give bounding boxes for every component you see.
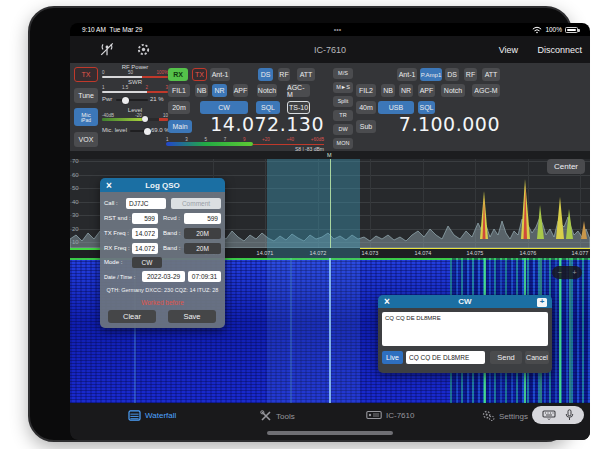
- dw-button[interactable]: DW: [333, 124, 353, 135]
- pwr-value: 21 %: [150, 96, 164, 102]
- rf-power-meter: [102, 76, 168, 78]
- status-time: 9:10 AM: [82, 26, 106, 33]
- m-to-s-button[interactable]: M►S: [333, 82, 353, 93]
- mode-button[interactable]: CW: [132, 257, 162, 268]
- tune-button[interactable]: Tune: [74, 88, 98, 103]
- main-frequency-display: 14.072.130: [198, 113, 324, 135]
- center-button[interactable]: Center: [547, 159, 585, 174]
- ipad-label: iPad: [81, 118, 91, 123]
- rx-band-label: Band :: [163, 245, 180, 251]
- mic-level-slider[interactable]: [130, 130, 150, 132]
- rx-band-button[interactable]: 20M: [184, 243, 221, 254]
- sub-band-button[interactable]: 40m: [356, 101, 376, 114]
- log-qso-header[interactable]: × Log QSO: [100, 178, 225, 192]
- add-macro-icon[interactable]: +: [537, 298, 547, 307]
- marker-m-label: M: [327, 152, 332, 158]
- tx-band-button[interactable]: 20M: [184, 228, 221, 239]
- disconnect-button[interactable]: Disconnect: [537, 45, 582, 55]
- waterfall-pan-control[interactable]: − +: [552, 266, 582, 279]
- main-vfo-button[interactable]: Main: [168, 120, 192, 133]
- main-rx-button[interactable]: RX: [168, 68, 188, 81]
- pan-minus-icon[interactable]: −: [557, 269, 561, 276]
- mic-ipad-button[interactable]: Mic iPad: [74, 108, 98, 126]
- tab-waterfall-label: Waterfall: [145, 411, 176, 420]
- status-time-date: 9:10 AM Tue Mar 29: [82, 26, 142, 33]
- sub-preamp-button[interactable]: P.Amp1: [420, 68, 442, 81]
- main-nb-button[interactable]: NB: [195, 84, 208, 97]
- rx-freq-label: RX Freq :: [104, 245, 130, 251]
- freq-scale-label: 14.075: [462, 250, 488, 256]
- sub-frequency-display: 7.100.000: [390, 113, 500, 135]
- split-button[interactable]: Split: [333, 96, 353, 107]
- settings-gear-icon[interactable]: [136, 42, 151, 57]
- rx-freq-input[interactable]: [132, 243, 158, 254]
- status-bar: 9:10 AM Tue Mar 29 ••• 100%: [70, 23, 590, 36]
- tr-button[interactable]: TR: [333, 110, 353, 121]
- rst-snd-input[interactable]: [132, 213, 158, 224]
- main-rf-button[interactable]: RF: [278, 68, 290, 81]
- radio-icon: [366, 410, 382, 420]
- main-antenna-button[interactable]: Ant-1: [210, 68, 230, 81]
- sub-att-button[interactable]: ATT: [482, 68, 500, 81]
- tx-button[interactable]: TX: [74, 67, 98, 82]
- main-att-button[interactable]: ATT: [297, 68, 315, 81]
- clear-button[interactable]: Clear: [108, 310, 156, 323]
- main-tx-button[interactable]: TX: [192, 68, 207, 81]
- sub-filter-button[interactable]: FIL2: [356, 84, 376, 97]
- main-agc-button[interactable]: AGC-M: [287, 84, 310, 97]
- main-ds-button[interactable]: DS: [258, 68, 273, 81]
- rst-snd-label: RST snd :: [104, 215, 131, 221]
- send-button[interactable]: Send: [490, 351, 522, 364]
- sub-agc-button[interactable]: AGC-M: [472, 84, 500, 97]
- time-input[interactable]: [188, 271, 221, 282]
- cw-dialog-header[interactable]: × CW +: [378, 295, 552, 308]
- comment-button[interactable]: Comment: [171, 198, 221, 209]
- cw-message-area[interactable]: CQ CQ DE DL8MRE: [382, 312, 548, 346]
- transmit-off-icon[interactable]: [98, 42, 116, 58]
- call-input[interactable]: [126, 198, 166, 209]
- passband-highlight[interactable]: [267, 159, 360, 248]
- mic-icon[interactable]: [565, 409, 574, 421]
- sub-antenna-button[interactable]: Ant-1: [397, 68, 417, 81]
- main-notch-button[interactable]: Notch: [257, 84, 277, 97]
- cw-text-input[interactable]: [406, 351, 485, 364]
- rcvd-input[interactable]: [184, 213, 221, 224]
- tab-waterfall[interactable]: Waterfall: [128, 410, 176, 421]
- freq-scale-label: 14.077: [567, 250, 590, 256]
- status-date: Tue Mar 29: [109, 26, 142, 33]
- ipad-device-frame: 9:10 AM Tue Mar 29 ••• 100% IC-7610 Vie: [28, 6, 572, 442]
- home-indicator[interactable]: [267, 431, 393, 435]
- sub-notch-button[interactable]: Notch: [441, 84, 465, 97]
- mon-button[interactable]: MON: [333, 138, 353, 149]
- tx-freq-input[interactable]: [132, 228, 158, 239]
- main-band-button[interactable]: 20m: [168, 101, 190, 114]
- rcvd-label: Rcvd :: [163, 215, 180, 221]
- main-nr-button[interactable]: NR: [212, 84, 227, 97]
- sub-rf-button[interactable]: RF: [464, 68, 477, 81]
- main-apf-button[interactable]: APF: [233, 84, 248, 97]
- close-icon[interactable]: ×: [384, 295, 390, 308]
- ms-button[interactable]: M/S: [333, 68, 353, 79]
- pan-plus-icon[interactable]: +: [572, 269, 576, 276]
- sub-vfo-button[interactable]: Sub: [356, 120, 376, 133]
- sub-nb-button[interactable]: NB: [381, 84, 395, 97]
- cancel-button[interactable]: Cancel: [525, 351, 549, 364]
- view-button[interactable]: View: [499, 45, 518, 55]
- save-button[interactable]: Save: [168, 310, 216, 323]
- close-icon[interactable]: ×: [106, 178, 112, 192]
- live-button[interactable]: Live: [382, 351, 403, 364]
- date-input[interactable]: [142, 271, 185, 282]
- pwr-slider[interactable]: [116, 99, 148, 101]
- main-filter-button[interactable]: FIL1: [168, 84, 190, 97]
- sub-apf-button[interactable]: APF: [418, 84, 435, 97]
- level-meter: [102, 118, 168, 121]
- sub-ds-button[interactable]: DS: [445, 68, 459, 81]
- keyboard-shortcut-pill[interactable]: [532, 406, 584, 424]
- keyboard-icon[interactable]: [542, 410, 556, 420]
- vox-button[interactable]: VOX: [74, 132, 98, 147]
- tab-rig[interactable]: IC-7610: [366, 410, 414, 420]
- tab-settings[interactable]: Settings: [482, 410, 528, 422]
- mic-level-label: Mic. level: [102, 127, 127, 133]
- sub-nr-button[interactable]: NR: [399, 84, 413, 97]
- tab-tools[interactable]: Tools: [260, 410, 295, 422]
